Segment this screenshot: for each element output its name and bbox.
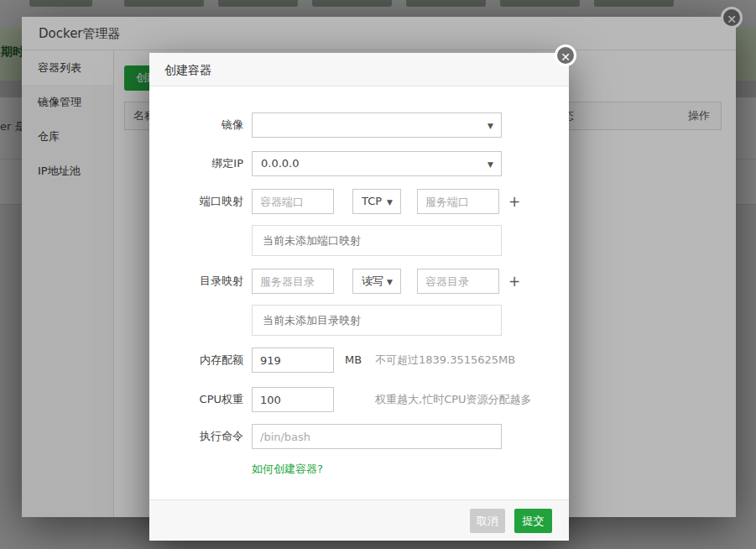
memory-label: 内存配额 [149,348,243,373]
container-dir-input[interactable] [417,269,499,294]
command-label: 执行命令 [149,424,243,449]
dir-mapping-empty-box: 当前未添加目录映射 [252,305,502,336]
help-link[interactable]: 如何创建容器? [252,462,323,477]
screen: 期时间 er 是一 Docker管理器 ✕ 容器列表 镜像管理 仓库 IP地址池… [0,0,756,549]
image-select[interactable]: ▼ [252,112,502,138]
create-container-modal: 创建容器 ✕ 镜像 ▼ 绑定IP 0.0.0.0 ▼ 端口映射 [149,53,569,541]
dir-mode-select-value: 读写 [362,274,383,287]
port-mapping-label: 端口映射 [149,189,243,214]
chevron-down-icon: ▼ [487,153,493,176]
cpu-label: CPU权重 [149,387,243,412]
bind-ip-select[interactable]: 0.0.0.0 ▼ [252,151,502,176]
server-dir-input[interactable] [252,269,334,294]
protocol-select[interactable]: TCP ▼ [352,189,401,214]
chevron-down-icon: ▼ [387,191,393,214]
server-port-input[interactable] [417,189,499,214]
image-row: 镜像 ▼ [149,112,569,138]
chevron-down-icon: ▼ [487,114,493,138]
command-input[interactable] [252,424,502,449]
create-dialog-title: 创建容器 [164,53,211,86]
memory-hint: 不可超过1839.3515625MB [375,348,515,373]
create-dialog-header: 创建容器 [149,53,569,86]
image-label: 镜像 [149,112,243,138]
cancel-button[interactable]: 取消 [470,509,505,533]
protocol-select-value: TCP [362,195,382,207]
cpu-hint: 权重越大,忙时CPU资源分配越多 [375,387,532,412]
port-mapping-empty-box: 当前未添加端口映射 [252,225,502,256]
port-mapping-row: 端口映射 TCP ▼ + [149,189,569,214]
cpu-input[interactable] [252,387,334,412]
bind-ip-row: 绑定IP 0.0.0.0 ▼ [149,151,569,176]
dir-mapping-label: 目录映射 [149,269,243,294]
memory-input[interactable] [252,348,334,373]
chevron-down-icon: ▼ [387,270,393,294]
cpu-row: CPU权重 权重越大,忙时CPU资源分配越多 [149,387,569,412]
create-dialog-footer: 取消 提交 [149,499,569,541]
submit-button[interactable]: 提交 [514,509,552,533]
memory-row: 内存配额 MB 不可超过1839.3515625MB [149,348,569,373]
bind-ip-select-value: 0.0.0.0 [261,157,299,170]
command-row: 执行命令 [149,424,569,449]
container-port-input[interactable] [252,189,334,214]
dir-mapping-row: 目录映射 读写 ▼ + [149,269,569,294]
add-port-mapping-icon[interactable]: + [506,189,523,214]
create-dialog-body: 镜像 ▼ 绑定IP 0.0.0.0 ▼ 端口映射 TCP ▼ [149,86,569,499]
memory-unit: MB [345,348,362,373]
dir-mode-select[interactable]: 读写 ▼ [352,269,401,294]
close-icon[interactable]: ✕ [555,44,576,66]
bind-ip-label: 绑定IP [149,151,243,176]
add-dir-mapping-icon[interactable]: + [506,269,523,294]
